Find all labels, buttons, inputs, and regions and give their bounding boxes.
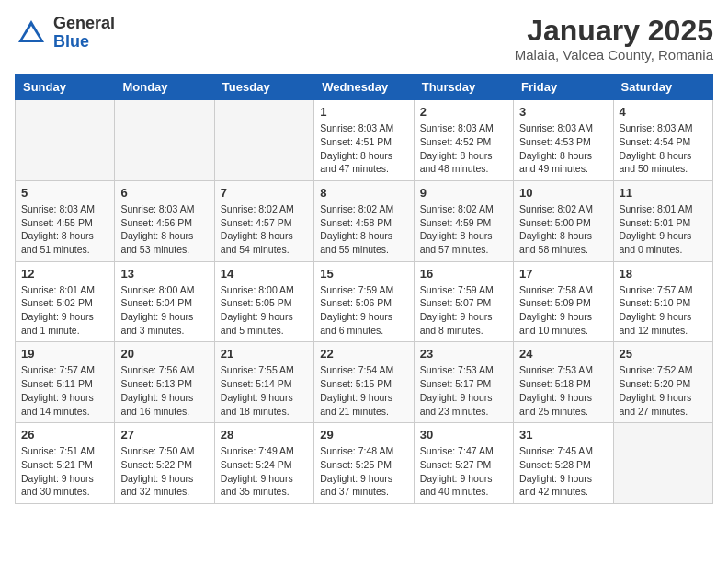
day-info: Sunrise: 8:01 AM Sunset: 5:02 PM Dayligh…: [21, 283, 108, 338]
day-info: Sunrise: 7:51 AM Sunset: 5:21 PM Dayligh…: [21, 444, 108, 499]
logo-blue-text: Blue: [53, 33, 115, 52]
day-info: Sunrise: 8:00 AM Sunset: 5:04 PM Dayligh…: [120, 283, 208, 338]
day-info: Sunrise: 8:02 AM Sunset: 4:58 PM Dayligh…: [320, 202, 407, 257]
day-number: 22: [320, 347, 407, 361]
day-number: 26: [21, 428, 108, 442]
day-info: Sunrise: 8:03 AM Sunset: 4:53 PM Dayligh…: [519, 121, 607, 176]
column-header-saturday: Saturday: [613, 75, 712, 100]
day-number: 8: [320, 186, 407, 200]
day-info: Sunrise: 7:57 AM Sunset: 5:10 PM Dayligh…: [620, 283, 707, 338]
day-number: 31: [519, 428, 607, 442]
day-number: 21: [221, 347, 308, 361]
column-header-tuesday: Tuesday: [214, 75, 313, 100]
day-number: 11: [620, 186, 707, 200]
calendar-cell: 19Sunrise: 7:57 AM Sunset: 5:11 PM Dayli…: [16, 342, 115, 423]
calendar-cell: [214, 100, 313, 181]
calendar-week-row: 1Sunrise: 8:03 AM Sunset: 4:51 PM Daylig…: [16, 100, 713, 181]
day-info: Sunrise: 7:50 AM Sunset: 5:22 PM Dayligh…: [120, 444, 208, 499]
day-info: Sunrise: 7:55 AM Sunset: 5:14 PM Dayligh…: [221, 363, 308, 418]
day-number: 13: [120, 267, 208, 281]
calendar-week-row: 26Sunrise: 7:51 AM Sunset: 5:21 PM Dayli…: [16, 423, 713, 504]
day-number: 6: [120, 186, 208, 200]
day-number: 2: [420, 105, 507, 119]
calendar-cell: [16, 100, 115, 181]
column-header-friday: Friday: [514, 75, 613, 100]
day-info: Sunrise: 8:01 AM Sunset: 5:01 PM Dayligh…: [620, 202, 707, 257]
calendar-cell: [613, 423, 712, 504]
day-info: Sunrise: 8:02 AM Sunset: 5:00 PM Dayligh…: [519, 202, 607, 257]
calendar-table: SundayMondayTuesdayWednesdayThursdayFrid…: [15, 74, 713, 504]
day-number: 30: [420, 428, 507, 442]
calendar-cell: 24Sunrise: 7:53 AM Sunset: 5:18 PM Dayli…: [514, 342, 613, 423]
calendar-cell: 31Sunrise: 7:45 AM Sunset: 5:28 PM Dayli…: [514, 423, 613, 504]
calendar-week-row: 19Sunrise: 7:57 AM Sunset: 5:11 PM Dayli…: [16, 342, 713, 423]
calendar-cell: 29Sunrise: 7:48 AM Sunset: 5:25 PM Dayli…: [314, 423, 414, 504]
day-info: Sunrise: 8:03 AM Sunset: 4:51 PM Dayligh…: [320, 121, 407, 176]
calendar-cell: 3Sunrise: 8:03 AM Sunset: 4:53 PM Daylig…: [514, 100, 613, 181]
day-info: Sunrise: 8:00 AM Sunset: 5:05 PM Dayligh…: [221, 283, 308, 338]
day-number: 27: [120, 428, 208, 442]
calendar-cell: 5Sunrise: 8:03 AM Sunset: 4:55 PM Daylig…: [16, 180, 115, 261]
day-info: Sunrise: 7:53 AM Sunset: 5:17 PM Dayligh…: [420, 363, 507, 418]
day-number: 28: [221, 428, 308, 442]
location-title: Malaia, Valcea County, Romania: [515, 47, 713, 63]
day-number: 5: [21, 186, 108, 200]
day-info: Sunrise: 8:03 AM Sunset: 4:56 PM Dayligh…: [120, 202, 208, 257]
day-info: Sunrise: 7:59 AM Sunset: 5:07 PM Dayligh…: [420, 283, 507, 338]
day-info: Sunrise: 7:45 AM Sunset: 5:28 PM Dayligh…: [519, 444, 607, 499]
day-info: Sunrise: 8:02 AM Sunset: 4:57 PM Dayligh…: [221, 202, 308, 257]
calendar-cell: 14Sunrise: 8:00 AM Sunset: 5:05 PM Dayli…: [214, 261, 313, 342]
day-number: 29: [320, 428, 407, 442]
day-number: 16: [420, 267, 507, 281]
day-info: Sunrise: 7:58 AM Sunset: 5:09 PM Dayligh…: [519, 283, 607, 338]
calendar-cell: 23Sunrise: 7:53 AM Sunset: 5:17 PM Dayli…: [414, 342, 513, 423]
day-number: 7: [221, 186, 308, 200]
calendar-cell: 20Sunrise: 7:56 AM Sunset: 5:13 PM Dayli…: [115, 342, 214, 423]
calendar-cell: 21Sunrise: 7:55 AM Sunset: 5:14 PM Dayli…: [214, 342, 313, 423]
day-info: Sunrise: 7:53 AM Sunset: 5:18 PM Dayligh…: [519, 363, 607, 418]
calendar-cell: 15Sunrise: 7:59 AM Sunset: 5:06 PM Dayli…: [314, 261, 414, 342]
day-info: Sunrise: 7:47 AM Sunset: 5:27 PM Dayligh…: [420, 444, 507, 499]
calendar-cell: 4Sunrise: 8:03 AM Sunset: 4:54 PM Daylig…: [613, 100, 712, 181]
calendar-cell: 7Sunrise: 8:02 AM Sunset: 4:57 PM Daylig…: [214, 180, 313, 261]
day-info: Sunrise: 7:49 AM Sunset: 5:24 PM Dayligh…: [221, 444, 308, 499]
day-number: 19: [21, 347, 108, 361]
month-title: January 2025: [515, 15, 713, 47]
day-number: 17: [519, 267, 607, 281]
column-header-thursday: Thursday: [414, 75, 513, 100]
day-number: 4: [620, 105, 707, 119]
day-info: Sunrise: 7:56 AM Sunset: 5:13 PM Dayligh…: [120, 363, 208, 418]
day-info: Sunrise: 8:03 AM Sunset: 4:55 PM Dayligh…: [21, 202, 108, 257]
calendar-cell: 8Sunrise: 8:02 AM Sunset: 4:58 PM Daylig…: [314, 180, 414, 261]
column-header-sunday: Sunday: [16, 75, 115, 100]
logo-icon: [15, 17, 48, 50]
calendar-cell: 10Sunrise: 8:02 AM Sunset: 5:00 PM Dayli…: [514, 180, 613, 261]
page-header: General Blue January 2025 Malaia, Valcea…: [15, 15, 713, 63]
calendar-week-row: 5Sunrise: 8:03 AM Sunset: 4:55 PM Daylig…: [16, 180, 713, 261]
calendar-cell: 9Sunrise: 8:02 AM Sunset: 4:59 PM Daylig…: [414, 180, 513, 261]
day-number: 12: [21, 267, 108, 281]
day-number: 24: [519, 347, 607, 361]
day-info: Sunrise: 8:03 AM Sunset: 4:52 PM Dayligh…: [420, 121, 507, 176]
day-number: 3: [519, 105, 607, 119]
day-number: 23: [420, 347, 507, 361]
calendar-cell: 27Sunrise: 7:50 AM Sunset: 5:22 PM Dayli…: [115, 423, 214, 504]
calendar-cell: 16Sunrise: 7:59 AM Sunset: 5:07 PM Dayli…: [414, 261, 513, 342]
column-header-monday: Monday: [115, 75, 214, 100]
calendar-cell: 13Sunrise: 8:00 AM Sunset: 5:04 PM Dayli…: [115, 261, 214, 342]
calendar-cell: 22Sunrise: 7:54 AM Sunset: 5:15 PM Dayli…: [314, 342, 414, 423]
calendar-cell: 6Sunrise: 8:03 AM Sunset: 4:56 PM Daylig…: [115, 180, 214, 261]
day-number: 25: [620, 347, 707, 361]
calendar-cell: 11Sunrise: 8:01 AM Sunset: 5:01 PM Dayli…: [613, 180, 712, 261]
day-number: 18: [620, 267, 707, 281]
day-number: 14: [221, 267, 308, 281]
day-info: Sunrise: 8:03 AM Sunset: 4:54 PM Dayligh…: [620, 121, 707, 176]
title-block: January 2025 Malaia, Valcea County, Roma…: [515, 15, 713, 63]
day-info: Sunrise: 7:54 AM Sunset: 5:15 PM Dayligh…: [320, 363, 407, 418]
logo-text: General Blue: [53, 15, 115, 52]
day-info: Sunrise: 7:48 AM Sunset: 5:25 PM Dayligh…: [320, 444, 407, 499]
day-number: 10: [519, 186, 607, 200]
day-info: Sunrise: 8:02 AM Sunset: 4:59 PM Dayligh…: [420, 202, 507, 257]
calendar-cell: [115, 100, 214, 181]
calendar-cell: 30Sunrise: 7:47 AM Sunset: 5:27 PM Dayli…: [414, 423, 513, 504]
